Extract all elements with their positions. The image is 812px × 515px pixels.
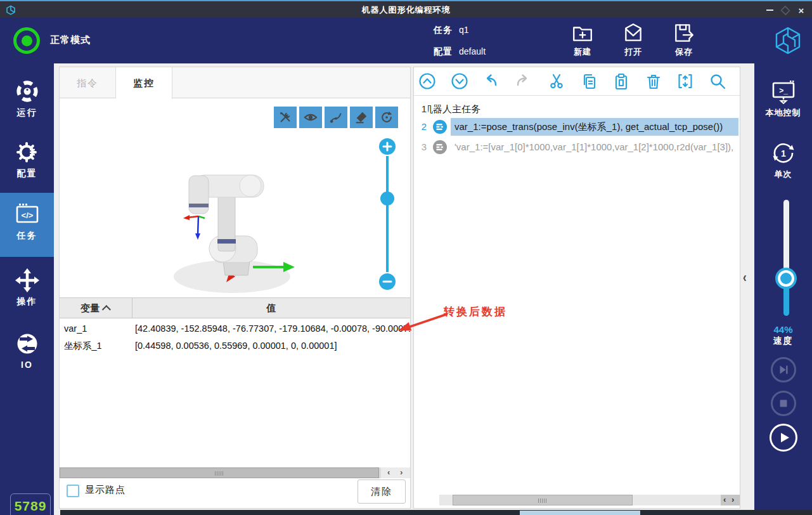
- single-cycle-icon: 1: [770, 140, 797, 166]
- task-field-label: 任务: [434, 25, 453, 35]
- close-button[interactable]: ×: [794, 4, 808, 16]
- stop-button[interactable]: [771, 391, 796, 416]
- undo-icon: [481, 72, 500, 91]
- search-button[interactable]: [708, 72, 727, 91]
- play-button[interactable]: [770, 424, 797, 452]
- zoom-out-button[interactable]: [379, 273, 396, 290]
- save-button[interactable]: 保存: [664, 22, 704, 58]
- table-row-var1[interactable]: var_1 [42.40839, -152.85948, -76.77307, …: [60, 320, 410, 337]
- scroll-left-button[interactable]: ‹: [723, 495, 726, 505]
- sidebar-item-task[interactable]: </> 任务: [0, 202, 54, 242]
- undo-button[interactable]: [481, 72, 500, 91]
- sidebar-item-config-label: 配置: [0, 168, 54, 179]
- visibility-button[interactable]: [299, 107, 322, 128]
- sidebar-item-io[interactable]: IO: [0, 331, 54, 370]
- move-up-button[interactable]: [418, 72, 437, 91]
- tools-button[interactable]: [274, 107, 297, 128]
- sidebar-item-operate[interactable]: 操作: [0, 268, 54, 308]
- scrollbar-thumb[interactable]: [453, 495, 633, 505]
- show-waypoints-checkbox[interactable]: [67, 485, 79, 497]
- copy-button[interactable]: [579, 72, 598, 91]
- eraser-button[interactable]: [350, 107, 373, 128]
- table-row-frame1[interactable]: 坐标系_1 [0.44598, 0.00536, 0.55969, 0.0000…: [60, 337, 410, 355]
- svg-text:</>: </>: [21, 211, 33, 220]
- scroll-left-button[interactable]: ‹: [387, 467, 390, 478]
- scroll-right-button[interactable]: ›: [400, 467, 403, 478]
- new-button[interactable]: 新建: [562, 22, 603, 58]
- annotation-text: 转换后数据: [444, 304, 507, 319]
- open-icon: [622, 22, 645, 44]
- speed-slider-track-upper[interactable]: [783, 200, 789, 279]
- zoom-in-button[interactable]: [379, 138, 396, 155]
- program-line-1[interactable]: 1 机器人主任务: [414, 100, 740, 118]
- collapse-lines-icon: [676, 72, 695, 91]
- column-header-value[interactable]: 值: [132, 298, 410, 318]
- line-text: 'var_1:=[var_1[0]*1000,var_1[1]*1000,var…: [451, 138, 738, 156]
- delete-button[interactable]: [644, 72, 663, 91]
- zoom-slider-track[interactable]: [386, 156, 389, 272]
- redo-icon: [513, 72, 532, 91]
- variable-table-header: 变量 值: [60, 297, 410, 318]
- panel-splitter: ‹: [740, 63, 754, 515]
- maximize-button[interactable]: [778, 4, 792, 16]
- collapse-panel-button[interactable]: ‹: [743, 270, 747, 286]
- io-exchange-icon: [15, 331, 40, 356]
- trace-button[interactable]: [325, 107, 347, 128]
- scrollbar-buttons: ‹ ›: [721, 495, 740, 505]
- tab-instructions[interactable]: 指令: [60, 67, 116, 98]
- task-field: 任务 q1: [434, 25, 453, 36]
- rotate-view-icon: [380, 110, 394, 124]
- local-control-button[interactable]: >_ 本地控制: [754, 79, 812, 119]
- move-down-button[interactable]: [450, 72, 469, 91]
- redo-button[interactable]: [513, 72, 532, 91]
- svg-text:>_: >_: [779, 86, 788, 95]
- skip-to-end-button[interactable]: [771, 357, 796, 382]
- save-icon: [673, 22, 695, 44]
- tab-monitor[interactable]: 监控: [116, 67, 172, 99]
- open-button-label: 打开: [613, 46, 654, 58]
- monitor-hscrollbar[interactable]: ‹ ›: [60, 467, 410, 478]
- minus-icon: [382, 277, 392, 287]
- sidebar-item-io-label: IO: [0, 360, 54, 370]
- tools-icon: [278, 110, 292, 124]
- bottom-edge-highlight: [520, 511, 640, 515]
- left-sidebar: 运行 配置 </> 任务: [0, 63, 54, 515]
- scrollbar-thumb[interactable]: [60, 467, 379, 478]
- config-field-label: 配置: [434, 46, 453, 56]
- config-field: 配置 default: [434, 46, 453, 58]
- line-text: var_1:=pose_trans(pose_inv(坐标系_1), get_a…: [451, 118, 738, 136]
- program-hscrollbar[interactable]: ‹ ›: [414, 494, 740, 506]
- program-line-2-selected[interactable]: 2 var_1:=pose_trans(pose_inv(坐标系_1), get…: [414, 118, 740, 136]
- mode-label: 正常模式: [50, 34, 91, 46]
- titlebar: 机器人图形化编程环境 ×: [0, 0, 812, 18]
- jog-move-icon: [15, 268, 40, 293]
- minimize-button[interactable]: [763, 4, 777, 16]
- variable-value: [42.40839, -152.85948, -76.77307, -179.1…: [135, 320, 410, 337]
- rotate-view-button[interactable]: [375, 107, 398, 128]
- settings-icon: [15, 140, 40, 165]
- line-text: 机器人主任务: [428, 100, 738, 118]
- assignment-statement-icon: [432, 119, 448, 134]
- collapse-lines-button[interactable]: [676, 72, 695, 91]
- cut-button[interactable]: [547, 72, 566, 91]
- clear-button[interactable]: 清除: [358, 479, 406, 504]
- single-cycle-button[interactable]: 1 单次: [754, 140, 812, 180]
- program-line-3-disabled[interactable]: 3 'var_1:=[var_1[0]*1000,var_1[1]*1000,v…: [414, 138, 740, 156]
- sort-asc-icon: [102, 305, 111, 314]
- zoom-slider-knob[interactable]: [380, 192, 394, 205]
- play-icon: [776, 430, 791, 445]
- task-field-value: q1: [459, 25, 469, 35]
- paste-button[interactable]: [612, 72, 631, 91]
- column-header-variable[interactable]: 变量: [60, 298, 132, 318]
- open-button[interactable]: 打开: [613, 22, 654, 58]
- robot-arm-model: [161, 167, 297, 297]
- scroll-right-button[interactable]: ›: [731, 495, 734, 505]
- sidebar-item-config[interactable]: 配置: [0, 140, 54, 179]
- sidebar-item-run[interactable]: 运行: [0, 79, 54, 119]
- scrollbar-grip-icon: [538, 499, 546, 503]
- robot-3d-viewport[interactable]: [60, 99, 410, 297]
- trace-icon: [329, 110, 343, 124]
- speed-slider-knob[interactable]: [778, 270, 794, 287]
- header: 正常模式 任务 q1 配置 default 新建 打开 保存: [0, 18, 812, 63]
- sidebar-item-run-label: 运行: [0, 107, 54, 119]
